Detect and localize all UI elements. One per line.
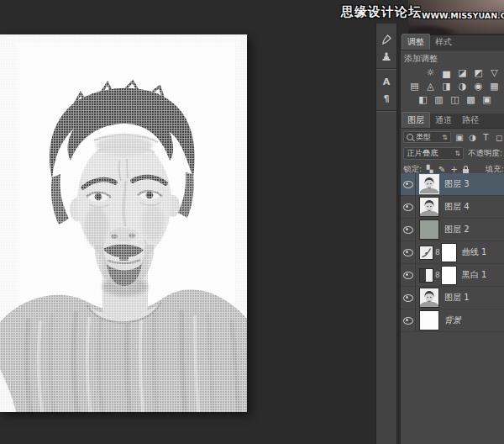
layer-row-layer3[interactable]: 图层 3 [401,173,504,196]
layer-filter-row: 类型 ⇅ ▣ ◑ T ◻ [403,130,504,144]
eye-icon [403,226,413,234]
tab-paths[interactable]: 路径 [457,113,484,128]
search-icon [407,134,413,140]
dropdown-arrows-icon: ⇅ [442,134,448,141]
posterize-icon[interactable]: ▥ [433,94,444,105]
layer-row-layer4[interactable]: 图层 4 [401,196,504,219]
layer-thumbnail[interactable] [419,310,439,330]
add-adjustment-label: 添加调整 [401,50,504,67]
adjustment-icon-row-2: ▤ ◬ ◨ ◑ ◉ ▦ [401,81,504,92]
filter-pixel-layers-icon[interactable]: ▣ [454,133,465,142]
layer-name[interactable]: 图层 4 [444,201,470,213]
brush-presets-icon[interactable] [377,31,396,48]
layers-panel-tabs: 图层 通道 路径 [401,114,504,129]
layer-row-layer1[interactable]: 图层 1 [401,287,504,309]
photoshop-window: 思缘设计论坛 WWW.MISSYUAN.COM A ¶ 调整 样式 添加调整 ☼… [0,0,504,444]
channel-mixer-icon[interactable]: ◉ [473,81,484,92]
levels-icon[interactable]: ▅ [441,67,452,78]
photo-filter-icon[interactable]: ◑ [457,81,468,92]
blend-mode-row: 正片叠底 ⇅ 不透明度: [403,145,504,161]
gradient-map-icon[interactable]: ▩ [465,94,476,105]
layer-row-background[interactable]: 背景 [401,309,504,332]
layer-name[interactable]: 曲线 1 [462,246,487,258]
opacity-label: 不透明度: [468,148,502,159]
visibility-toggle[interactable] [401,264,416,286]
panel-dock-strip: A ¶ [375,24,397,444]
visibility-toggle[interactable] [401,287,416,309]
visibility-toggle[interactable] [401,219,416,240]
eye-icon [403,181,413,188]
visibility-toggle[interactable] [401,173,416,195]
layer-thumbnail[interactable] [419,219,439,240]
filter-type-layers-icon[interactable]: T [480,133,491,142]
filter-adjustment-layers-icon[interactable]: ◑ [468,133,478,142]
watermark-site-name: 思缘设计论坛 [341,4,422,20]
eye-icon [403,317,413,325]
tab-layers[interactable]: 图层 [402,112,430,128]
eye-icon [403,249,413,256]
black-white-adjustment-icon[interactable] [419,268,433,283]
curves-adjustment-icon[interactable] [419,246,433,260]
layer-name[interactable]: 黑白 1 [462,269,487,281]
black-white-icon[interactable]: ◨ [441,81,452,92]
kind-dropdown-value: 类型 [416,132,439,143]
watermark-site-url: WWW.MISSYUAN.COM [422,11,504,20]
tab-adjustments[interactable]: 调整 [402,34,430,50]
dropdown-arrows-icon: ⇅ [454,150,460,157]
layer-name[interactable]: 图层 2 [444,224,470,235]
selective-color-icon[interactable]: ▣ [481,94,492,105]
adjustment-icon-row-3: ◧ ▥ ◫ ▩ ▣ [401,94,504,105]
layer-name[interactable]: 图层 1 [444,292,470,304]
dock-separator [376,68,396,70]
layer-thumbnail[interactable] [419,288,439,308]
blend-mode-dropdown[interactable]: 正片叠底 ⇅ [403,147,464,160]
filter-shape-layers-icon[interactable]: ◻ [494,133,504,142]
threshold-icon[interactable]: ◫ [449,94,460,105]
visibility-toggle[interactable] [401,309,416,331]
vibrance-icon[interactable]: ▽ [489,67,500,78]
character-panel-icon[interactable]: A [377,73,396,90]
color-lookup-icon[interactable]: ▦ [489,81,500,92]
adjustments-panel: 调整 样式 添加调整 ☼ ▅ ◪ ◩ ▽ ▤ ◬ ◨ ◑ ◉ ▦ ◧ ▥ ◫ ▩… [401,35,504,114]
layers-panel: 图层 通道 路径 类型 ⇅ ▣ ◑ T ◻ 正片叠底 ⇅ 不透明度: 锁定: ▚ [401,114,504,444]
tab-channels[interactable]: 通道 [430,113,457,128]
layer-name[interactable]: 背景 [444,314,461,326]
eye-icon [403,294,413,302]
halftone-portrait-image [0,34,247,412]
mask-link-icon[interactable]: 8 [435,248,440,256]
layer-name[interactable]: 图层 3 [444,178,470,190]
tab-styles[interactable]: 样式 [430,34,457,50]
clone-source-icon[interactable] [377,48,396,65]
dock-separator [376,110,396,112]
brightness-contrast-icon[interactable]: ☼ [425,67,436,78]
layer-mask-thumbnail[interactable] [441,243,457,262]
layer-thumbnail[interactable] [419,197,439,217]
document-canvas[interactable] [0,34,247,412]
eye-icon [403,272,413,279]
layer-kind-dropdown[interactable]: 类型 ⇅ [403,131,451,143]
layer-row-curves1[interactable]: 8 曲线 1 [401,241,504,264]
visibility-toggle[interactable] [401,196,416,218]
invert-icon[interactable]: ◧ [417,94,428,105]
layer-row-layer2[interactable]: 图层 2 [401,219,504,241]
lock-all-icon[interactable] [463,169,469,173]
paragraph-panel-icon[interactable]: ¶ [377,90,396,107]
layer-mask-thumbnail[interactable] [441,266,457,285]
color-balance-icon[interactable]: ◬ [425,81,436,92]
adjustments-panel-tabs: 调整 样式 [401,35,504,50]
visibility-toggle[interactable] [401,241,416,263]
curves-icon[interactable]: ◪ [457,67,468,78]
blend-mode-value: 正片叠底 [407,148,454,159]
layer-thumbnail[interactable] [419,174,439,194]
exposure-icon[interactable]: ◩ [473,67,484,78]
adjustment-icon-row-1: ☼ ▅ ◪ ◩ ▽ [401,67,504,78]
mask-link-icon[interactable]: 8 [435,271,440,279]
layer-row-blackwhite1[interactable]: 8 黑白 1 [401,264,504,287]
eye-icon [403,204,413,211]
hue-saturation-icon[interactable]: ▤ [409,81,420,92]
layer-list: 图层 3 图层 4 图层 2 8 曲线 1 [401,173,504,332]
